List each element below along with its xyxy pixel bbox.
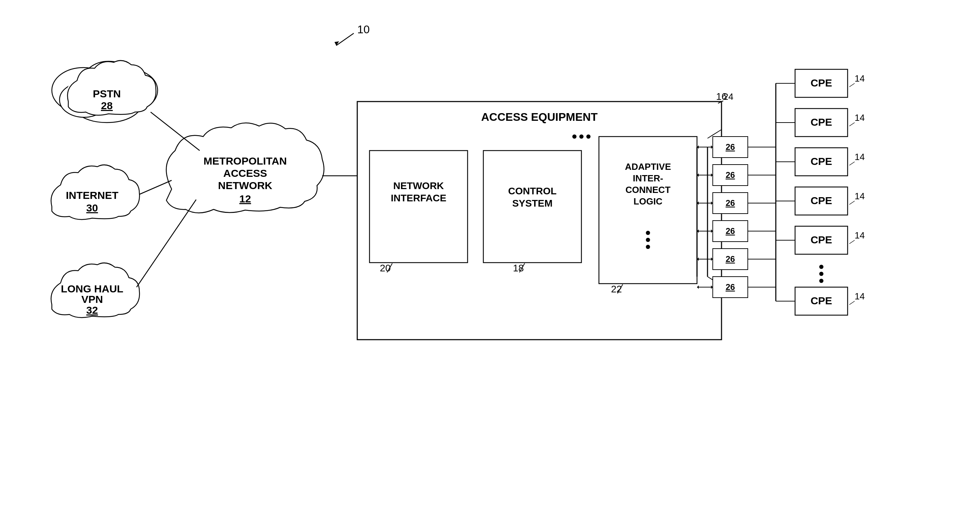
- cpe-number-6: 14: [854, 291, 865, 302]
- diagram-container: 10 PSTN 28 INTERNET 30 LONG: [0, 0, 980, 527]
- pstn-label: PSTN: [93, 88, 121, 100]
- line-card-3-number: 26: [726, 198, 735, 208]
- ellipsis-bottom-1: [646, 231, 650, 235]
- line-card-6-number: 26: [726, 282, 735, 292]
- metro-label-line1: METROPOLITAN: [204, 155, 287, 167]
- network-interface-box: [369, 151, 468, 263]
- port-number-top: 24: [723, 91, 733, 102]
- long-haul-label-line1: LONG HAUL: [61, 283, 123, 295]
- cpe-label-2: CPE: [810, 116, 832, 128]
- cpe-ellipsis-3: [819, 279, 823, 283]
- ellipsis-bottom-3: [646, 245, 650, 249]
- cpe-label-5: CPE: [810, 234, 832, 246]
- access-equipment-label: ACCESS EQUIPMENT: [481, 111, 598, 123]
- network-interface-label-line2: INTERFACE: [391, 193, 447, 203]
- cpe-label-4: CPE: [810, 195, 832, 206]
- cpe-number-3: 14: [854, 152, 865, 162]
- vpn-metro-line: [137, 200, 196, 287]
- pstn-number: 28: [101, 100, 113, 111]
- cpe-number-1: 14: [854, 73, 865, 84]
- long-haul-number: 32: [86, 304, 98, 316]
- network-interface-label-line1: NETWORK: [393, 180, 444, 191]
- cpe-ellipsis-2: [819, 272, 823, 276]
- svg-line-0: [336, 33, 354, 46]
- pstn-metro-line: [151, 112, 200, 151]
- adaptive-label-line4: LOGIC: [633, 196, 663, 206]
- internet-label: INTERNET: [66, 189, 118, 201]
- adaptive-label-line3: CONNECT: [625, 184, 671, 195]
- ellipsis-bottom-2: [646, 238, 650, 242]
- internet-cloud: INTERNET 30: [51, 165, 140, 219]
- cpe-label-1: CPE: [810, 77, 832, 89]
- pstn-cloud: PSTN 28: [52, 60, 158, 122]
- control-system-label-line1: CONTROL: [508, 186, 557, 197]
- network-interface-number: 20: [380, 263, 391, 273]
- metro-number: 12: [239, 193, 251, 205]
- ellipsis-top-1: [572, 135, 576, 139]
- metropolitan-cloud: METROPOLITAN ACCESS NETWORK 12: [166, 123, 324, 213]
- line-card-1-number: 26: [726, 142, 735, 152]
- ellipsis-top-2: [579, 135, 584, 139]
- svg-line-33: [850, 122, 854, 126]
- adaptive-label-line1: ADAPTIVE: [625, 162, 671, 172]
- ellipsis-top-3: [586, 135, 590, 139]
- line-card-5-number: 26: [726, 254, 735, 264]
- adaptive-interconnect-box: [599, 137, 697, 284]
- svg-line-34: [850, 162, 854, 165]
- internet-metro-line: [139, 180, 172, 194]
- svg-line-32: [850, 83, 854, 87]
- cpe-number-2: 14: [854, 113, 865, 123]
- cpe-ellipsis-1: [819, 265, 823, 269]
- adaptive-label-line2: INTER-: [633, 173, 663, 184]
- svg-line-36: [850, 240, 854, 244]
- svg-line-37: [850, 301, 854, 305]
- svg-line-35: [850, 201, 854, 205]
- cpe-number-4: 14: [854, 191, 865, 202]
- long-haul-vpn-cloud: LONG HAUL VPN 32: [51, 263, 140, 317]
- internet-number: 30: [86, 202, 98, 214]
- line-card-2-number: 26: [726, 170, 735, 179]
- cpe-label-3: CPE: [810, 156, 832, 167]
- metro-label-line3: NETWORK: [218, 179, 272, 191]
- figure-number: 10: [357, 23, 370, 36]
- cpe-label-6: CPE: [810, 295, 832, 306]
- cpe-number-5: 14: [854, 230, 865, 241]
- control-system-label-line2: SYSTEM: [512, 198, 552, 209]
- line-card-4-number: 26: [726, 226, 735, 236]
- metro-label-line2: ACCESS: [223, 167, 267, 179]
- long-haul-label-line2: VPN: [81, 294, 103, 305]
